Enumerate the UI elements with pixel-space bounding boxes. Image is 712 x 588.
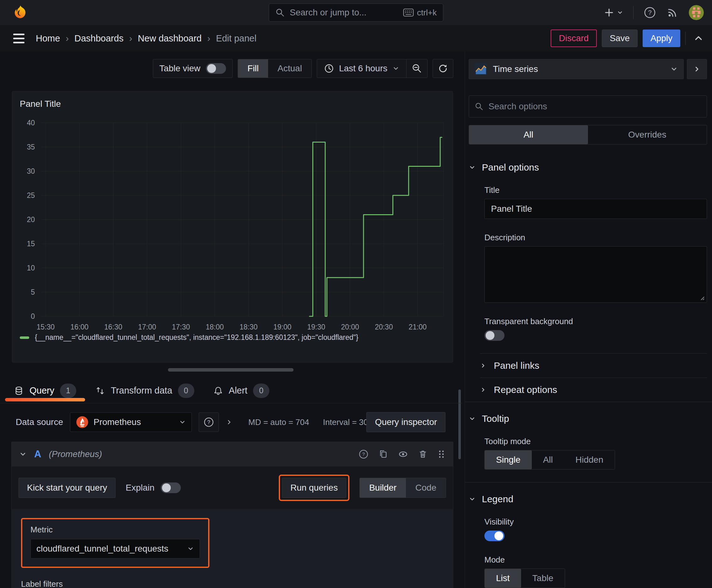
legend-section[interactable]: Legend: [469, 494, 707, 504]
chevron-down-icon: [670, 65, 678, 73]
tab-query[interactable]: Query 1: [4, 378, 86, 403]
svg-text:17:00: 17:00: [138, 323, 156, 331]
table-view-toggle[interactable]: [206, 63, 226, 74]
panel-options-section[interactable]: Panel options: [469, 162, 707, 173]
description-textarea[interactable]: [484, 246, 707, 303]
zoom-out-icon: [412, 63, 422, 74]
datasource-label: Data source: [16, 417, 63, 427]
table-view-control: Table view: [153, 59, 233, 78]
query-ref-datasource: (Prometheus): [49, 449, 102, 459]
run-queries-button[interactable]: Run queries: [282, 478, 346, 498]
clock-icon: [324, 63, 334, 74]
grafana-logo[interactable]: [12, 4, 28, 21]
add-button[interactable]: [604, 7, 623, 18]
datasource-row: Data source Prometheus ? MD = auto = 704…: [16, 412, 453, 432]
top-bar: Search or jump to... ctrl+k ?: [0, 0, 712, 25]
transparent-background-label: Transparent background: [484, 317, 707, 327]
zoom-out-button[interactable]: [407, 59, 427, 78]
search-options-input[interactable]: Search options: [469, 96, 707, 118]
breadcrumb-dashboards[interactable]: Dashboards: [74, 33, 123, 44]
svg-text:?: ?: [207, 419, 210, 425]
actual-option[interactable]: Actual: [268, 59, 311, 78]
breadcrumb-new-dashboard[interactable]: New dashboard: [138, 33, 201, 44]
svg-text:35: 35: [27, 143, 35, 151]
query-row-header[interactable]: A (Prometheus) ?: [12, 442, 453, 466]
svg-text:21:00: 21:00: [409, 323, 427, 331]
svg-text:0: 0: [31, 312, 35, 320]
code-option[interactable]: Code: [406, 478, 446, 498]
menu-icon[interactable]: [13, 34, 24, 43]
time-series-chart[interactable]: 051015202530354015:3016:0016:3017:0017:3…: [12, 109, 453, 333]
title-input[interactable]: Panel Title: [484, 199, 707, 219]
chevron-up-icon[interactable]: [694, 34, 703, 43]
tooltip-section[interactable]: Tooltip: [469, 413, 707, 424]
tooltip-all-option[interactable]: All: [532, 450, 564, 469]
resize-handle-icon: [699, 295, 705, 300]
grip-icon[interactable]: [437, 449, 446, 459]
kick-start-button[interactable]: Kick start your query: [19, 478, 115, 498]
svg-text:16:30: 16:30: [104, 323, 123, 331]
collapse-options-button[interactable]: [687, 59, 707, 79]
tooltip-mode-label: Tooltip mode: [484, 437, 707, 446]
transform-icon: [95, 386, 105, 396]
interval-stat: Interval = 30s: [323, 417, 372, 427]
metric-select[interactable]: cloudflared_tunnel_total_requests: [30, 539, 200, 559]
chevron-right-icon[interactable]: [226, 418, 233, 426]
tab-all[interactable]: All: [469, 125, 588, 144]
legend-mode-table[interactable]: Table: [521, 569, 565, 588]
chevron-down-icon: [617, 9, 623, 16]
chevron-down-icon[interactable]: [19, 450, 27, 458]
panel-title: Panel Title: [12, 97, 453, 109]
chevron-right-icon: ›: [129, 33, 132, 44]
save-button[interactable]: Save: [602, 29, 638, 47]
global-search-input[interactable]: Search or jump to... ctrl+k: [269, 3, 443, 22]
breadcrumb-bar: Home › Dashboards › New dashboard › Edit…: [0, 25, 712, 51]
breadcrumb-edit-panel: Edit panel: [216, 33, 257, 44]
datasource-help-button[interactable]: ?: [199, 413, 219, 432]
copy-icon[interactable]: [378, 449, 388, 459]
eye-icon[interactable]: [398, 449, 408, 460]
builder-option[interactable]: Builder: [360, 478, 406, 498]
datasource-picker[interactable]: Prometheus: [70, 413, 192, 432]
transform-count-badge: 0: [178, 383, 194, 398]
tooltip-hidden-option[interactable]: Hidden: [564, 450, 615, 469]
avatar[interactable]: [689, 5, 704, 20]
tab-transform-data[interactable]: Transform data 0: [86, 378, 204, 403]
breadcrumb-home[interactable]: Home: [36, 33, 60, 44]
svg-text:20:30: 20:30: [375, 323, 393, 331]
tab-overrides[interactable]: Overrides: [588, 125, 707, 144]
time-range-button[interactable]: Last 6 hours: [317, 59, 406, 78]
legend-mode-label: Mode: [484, 555, 707, 565]
query-count-badge: 1: [60, 383, 76, 398]
repeat-options-section[interactable]: Repeat options: [469, 378, 707, 402]
legend-mode-list[interactable]: List: [485, 569, 521, 588]
edit-panel-main: Table view Fill Actual Last 6 hours: [0, 51, 462, 588]
refresh-button[interactable]: [433, 59, 453, 78]
help-icon[interactable]: ?: [644, 6, 656, 19]
query-inspector-button[interactable]: Query inspector: [366, 412, 446, 432]
description-label: Description: [484, 233, 707, 243]
legend-visibility-toggle[interactable]: [484, 530, 504, 541]
visualization-picker[interactable]: Time series: [469, 59, 684, 79]
tooltip-single-option[interactable]: Single: [485, 450, 532, 469]
query-builder-panel: Metric cloudflared_tunnel_total_requests…: [12, 509, 453, 588]
legend-mode-segment: List Table: [484, 569, 565, 588]
rss-icon[interactable]: [666, 6, 679, 19]
chevron-down-icon: [469, 415, 476, 422]
apply-button[interactable]: Apply: [643, 29, 680, 47]
trash-icon[interactable]: [418, 449, 428, 459]
pane-resize-handle[interactable]: [168, 368, 294, 372]
actions-divider: [685, 32, 686, 45]
discard-button[interactable]: Discard: [551, 29, 597, 47]
fill-option[interactable]: Fill: [238, 59, 268, 78]
query-ref-id: A: [34, 448, 41, 460]
panel-links-section[interactable]: Panel links: [469, 354, 707, 378]
explain-toggle[interactable]: [161, 482, 181, 493]
transparent-background-toggle[interactable]: [484, 330, 504, 341]
svg-text:20:00: 20:00: [341, 323, 359, 331]
search-icon: [475, 102, 483, 111]
tab-alert[interactable]: Alert 0: [204, 378, 279, 403]
help-icon[interactable]: ?: [358, 449, 369, 460]
chart-legend[interactable]: {__name__="cloudflared_tunnel_total_requ…: [12, 333, 453, 342]
metric-highlight: Metric cloudflared_tunnel_total_requests: [21, 518, 209, 568]
